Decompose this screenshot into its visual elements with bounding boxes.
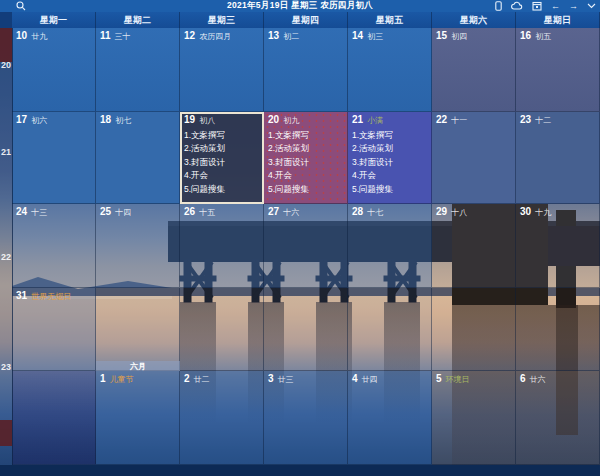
month-label-june: 六月: [96, 361, 180, 371]
day-cell-may-14[interactable]: 14初三: [348, 28, 432, 112]
weekday-label: 星期五: [348, 12, 432, 28]
week-header-corner: [0, 12, 12, 28]
day-cell-may-28[interactable]: 28十七: [348, 204, 432, 288]
day-cell-jun-2[interactable]: 2廿二: [180, 371, 264, 465]
day-cell-may-21-highlighted[interactable]: 21小满 1.文案撰写 2.活动策划 3.封面设计 4.开会 5.问题搜集: [348, 112, 432, 204]
day-cell-jun-5[interactable]: 5环境日: [432, 371, 516, 465]
day-cell-jun-6[interactable]: 6廿六: [516, 371, 600, 465]
edge-partial-date: 23: [1, 362, 12, 372]
task-list: 1.文案撰写 2.活动策划 3.封面设计 4.开会 5.问题搜集: [184, 129, 263, 196]
task-list: 1.文案撰写 2.活动策划 3.封面设计 4.开会 5.问题搜集: [268, 129, 347, 196]
day-cell-empty[interactable]: [96, 288, 180, 371]
forward-arrow-icon[interactable]: →: [569, 0, 578, 12]
day-cell-may-11[interactable]: 11三十: [96, 28, 180, 112]
day-cell-may-22[interactable]: 22十一: [432, 112, 516, 204]
day-cell-may-25[interactable]: 25十四: [96, 204, 180, 288]
day-cell-empty[interactable]: [12, 371, 96, 465]
day-cell-jun-4[interactable]: 4廿四: [348, 371, 432, 465]
day-cell-may-31[interactable]: 31世界无烟日: [12, 288, 96, 371]
day-cell-empty[interactable]: [516, 288, 600, 371]
day-cell-may-26[interactable]: 26十五: [180, 204, 264, 288]
cloud-sync-icon[interactable]: [511, 0, 523, 12]
day-cell-may-17[interactable]: 17初六: [12, 112, 96, 204]
day-cell-may-23[interactable]: 23十二: [516, 112, 600, 204]
day-cell-may-20-highlighted[interactable]: 20初九 1.文案撰写 2.活动策划 3.封面设计 4.开会 5.问题搜集: [264, 112, 348, 204]
day-cell-empty[interactable]: [180, 288, 264, 371]
day-cell-may-13[interactable]: 13初二: [264, 28, 348, 112]
day-cell-may-10[interactable]: 10廿九: [12, 28, 96, 112]
edge-partial-date: 22: [1, 252, 12, 262]
day-cell-may-27[interactable]: 27十六: [264, 204, 348, 288]
day-cell-may-24[interactable]: 24十三: [12, 204, 96, 288]
day-cell-may-18[interactable]: 18初七: [96, 112, 180, 204]
day-cell-may-30[interactable]: 30十九: [516, 204, 600, 288]
weekday-label: 星期二: [96, 12, 180, 28]
chevron-down-icon[interactable]: [587, 0, 596, 12]
weekday-label: 星期三: [180, 12, 264, 28]
day-cell-empty[interactable]: [348, 288, 432, 371]
day-cell-may-29[interactable]: 29十八: [432, 204, 516, 288]
day-cell-may-16[interactable]: 16初五: [516, 28, 600, 112]
phone-icon[interactable]: [495, 0, 502, 12]
week-header: 星期一 星期二 星期三 星期四 星期五 星期六 星期日: [12, 12, 600, 28]
task-list: 1.文案撰写 2.活动策划 3.封面设计 4.开会 5.问题搜集: [352, 129, 431, 196]
top-bar: 2021年5月19日 星期三 农历四月初八 ← →: [0, 0, 600, 12]
day-cell-may-19-selected[interactable]: 19初八 1.文案撰写 2.活动策划 3.封面设计 4.开会 5.问题搜集: [180, 112, 264, 204]
weekday-label: 星期一: [12, 12, 96, 28]
day-cell-may-15[interactable]: 15初四: [432, 28, 516, 112]
day-cell-empty[interactable]: [432, 288, 516, 371]
day-cell-jun-1[interactable]: 1儿童节: [96, 371, 180, 465]
edge-partial-date: 21: [1, 147, 12, 157]
bottom-window-strip: [0, 465, 600, 476]
edge-partial-date: 20: [1, 60, 12, 70]
calendar-app-window: 2021年5月19日 星期三 农历四月初八 ← →: [0, 0, 600, 476]
today-calendar-icon[interactable]: [532, 0, 542, 12]
back-arrow-icon[interactable]: ←: [551, 0, 560, 12]
edge-artifact-block: [0, 420, 12, 446]
edge-artifact-block: [0, 28, 12, 62]
day-cell-jun-3[interactable]: 3廿三: [264, 371, 348, 465]
edge-artifact-strip: [0, 28, 13, 465]
day-cell-empty[interactable]: [264, 288, 348, 371]
weekday-label: 星期日: [516, 12, 600, 28]
day-cell-may-12[interactable]: 12农历四月: [180, 28, 264, 112]
weekday-label: 星期六: [432, 12, 516, 28]
weekday-label: 星期四: [264, 12, 348, 28]
month-grid: 10廿九 11三十 12农历四月 13初二 14初三 15初四 16初五 17初…: [12, 28, 600, 465]
